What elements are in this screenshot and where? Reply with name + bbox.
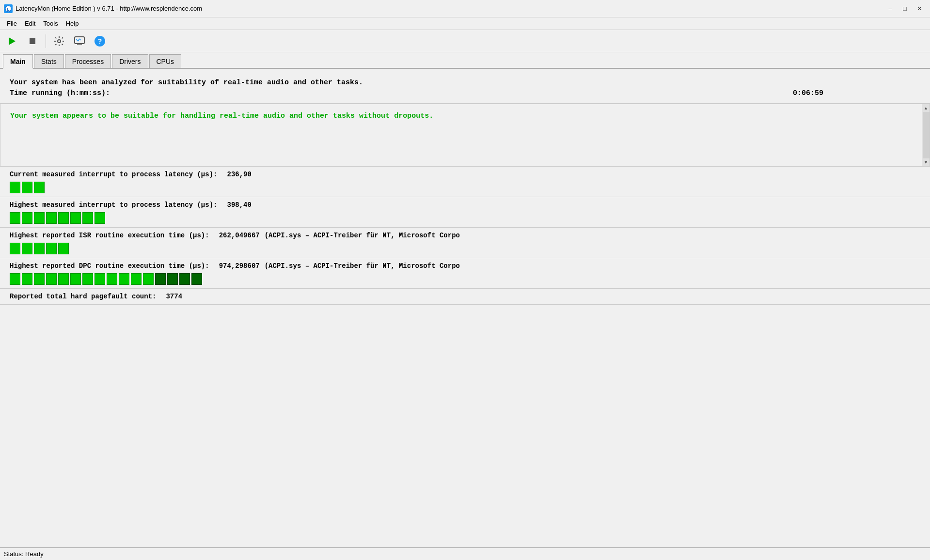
menu-file[interactable]: File — [3, 19, 21, 28]
bar-current — [10, 180, 920, 195]
menu-help[interactable]: Help — [62, 19, 83, 28]
menu-tools[interactable]: Tools — [39, 19, 62, 28]
status-bar: Status: Ready — [0, 547, 930, 560]
window-controls: – □ ✕ — [883, 2, 926, 15]
metric-row-current: Current measured interrupt to process la… — [0, 167, 930, 197]
metric-detail-dpc: (ACPI.sys – ACPI-Treiber für NT, Microso… — [265, 262, 460, 270]
bar-dpc — [10, 272, 920, 286]
bar-seg — [131, 273, 142, 285]
bar-seg — [155, 273, 166, 285]
bar-seg — [70, 273, 81, 285]
bar-seg — [34, 212, 45, 224]
metric-row-dpc: Highest reported DPC routine execution t… — [0, 258, 930, 289]
maximize-button[interactable]: □ — [898, 2, 912, 15]
bar-seg — [10, 243, 20, 254]
tab-drivers[interactable]: Drivers — [112, 54, 148, 68]
menu-edit[interactable]: Edit — [21, 19, 39, 28]
toolbar-separator — [46, 34, 46, 48]
settings-button[interactable] — [50, 32, 68, 50]
metric-header-highest: Highest measured interrupt to process la… — [10, 201, 920, 209]
time-row: Time running (h:mm:ss): 0:06:59 — [10, 89, 920, 97]
bar-seg — [82, 273, 93, 285]
bar-seg — [58, 273, 69, 285]
main-content: Your system has been analyzed for suitab… — [0, 69, 930, 547]
bar-seg — [119, 273, 129, 285]
svg-text:L: L — [7, 7, 10, 12]
svg-point-2 — [58, 40, 61, 43]
close-button[interactable]: ✕ — [913, 2, 926, 15]
time-value: 0:06:59 — [793, 89, 920, 97]
svg-rect-4 — [77, 44, 82, 45]
metric-header-dpc: Highest reported DPC routine execution t… — [10, 262, 920, 270]
bar-seg — [95, 273, 105, 285]
tab-main[interactable]: Main — [3, 54, 33, 69]
svg-line-6 — [78, 39, 79, 41]
title-bar-left: L LatencyMon (Home Edition ) v 6.71 - ht… — [4, 4, 202, 13]
bar-seg — [167, 273, 178, 285]
scroll-track[interactable] — [923, 112, 930, 158]
metric-label-pagefault: Reported total hard pagefault count: — [10, 293, 156, 300]
bar-isr — [10, 241, 920, 256]
bar-seg — [58, 212, 69, 224]
monitor-button[interactable] — [70, 32, 89, 50]
help-icon: ? — [95, 36, 105, 47]
bar-seg — [22, 182, 32, 193]
tab-cpus[interactable]: CPUs — [149, 54, 182, 68]
bar-seg — [34, 243, 45, 254]
metric-value-dpc: 974,298607 — [219, 262, 260, 270]
bar-highest — [10, 211, 920, 225]
bar-seg — [34, 182, 45, 193]
metric-value-current: 236,90 — [227, 171, 251, 178]
metrics-section: Current measured interrupt to process la… — [0, 167, 930, 548]
settings-icon — [53, 35, 65, 47]
minimize-button[interactable]: – — [883, 2, 897, 15]
stop-button[interactable] — [23, 32, 42, 50]
scroll-down-arrow[interactable]: ▼ — [923, 158, 930, 166]
menu-bar: File Edit Tools Help — [0, 17, 930, 30]
status-text-area: Your system appears to be suitable for h… — [0, 104, 930, 167]
stop-icon — [30, 38, 35, 44]
metric-label-current: Current measured interrupt to process la… — [10, 171, 217, 178]
analysis-text: Your system has been analyzed for suitab… — [10, 77, 920, 89]
svg-line-7 — [79, 39, 81, 40]
help-button[interactable]: ? — [91, 32, 109, 50]
metric-header-isr: Highest reported ISR routine execution t… — [10, 232, 920, 239]
bar-seg — [10, 182, 20, 193]
bar-seg — [58, 243, 69, 254]
bar-seg — [191, 273, 202, 285]
status-text: Status: Ready — [4, 550, 44, 558]
bar-seg — [46, 273, 57, 285]
bar-seg — [82, 212, 93, 224]
metric-header-current: Current measured interrupt to process la… — [10, 171, 920, 178]
metric-value-isr: 262,049667 — [219, 232, 260, 239]
metric-label-highest: Highest measured interrupt to process la… — [10, 201, 217, 209]
bar-seg — [95, 212, 105, 224]
status-message: Your system appears to be suitable for h… — [10, 112, 433, 120]
monitor-icon — [74, 35, 85, 47]
tab-stats[interactable]: Stats — [34, 54, 64, 68]
bar-seg — [107, 273, 117, 285]
scrollbar[interactable]: ▲ ▼ — [922, 104, 930, 166]
metric-row-pagefault: Reported total hard pagefault count: 377… — [0, 289, 930, 305]
svg-line-5 — [76, 39, 78, 41]
metric-detail-isr: (ACPI.sys – ACPI-Treiber für NT, Microso… — [265, 232, 460, 239]
bar-seg — [22, 273, 32, 285]
play-icon — [9, 37, 16, 45]
time-label: Time running (h:mm:ss): — [10, 89, 110, 97]
metric-row-isr: Highest reported ISR routine execution t… — [0, 228, 930, 258]
tab-bar: Main Stats Processes Drivers CPUs — [0, 52, 930, 69]
play-button[interactable] — [3, 32, 21, 50]
bar-seg — [34, 273, 45, 285]
toolbar: ? — [0, 30, 930, 52]
window-title: LatencyMon (Home Edition ) v 6.71 - http… — [16, 5, 202, 12]
metric-label-dpc: Highest reported DPC routine execution t… — [10, 262, 209, 270]
bar-seg — [179, 273, 190, 285]
metric-value-highest: 398,40 — [227, 201, 251, 209]
bar-seg — [70, 212, 81, 224]
title-bar: L LatencyMon (Home Edition ) v 6.71 - ht… — [0, 0, 930, 17]
tab-processes[interactable]: Processes — [65, 54, 111, 68]
bar-seg — [143, 273, 154, 285]
metric-label-isr: Highest reported ISR routine execution t… — [10, 232, 209, 239]
svg-rect-3 — [75, 37, 84, 44]
scroll-up-arrow[interactable]: ▲ — [923, 104, 930, 112]
